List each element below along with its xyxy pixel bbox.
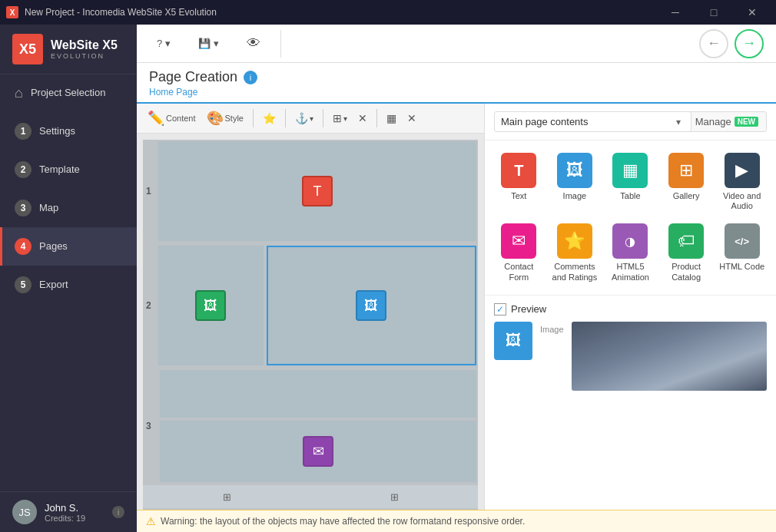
obj-comments-ratings[interactable]: ⭐ Comments and Ratings (547, 217, 603, 288)
brand-sub: EVOLUTION (51, 52, 118, 61)
close1-button[interactable]: ✕ (353, 109, 372, 127)
page-cell-2a[interactable]: 🖼 (158, 246, 264, 365)
sidebar-item-settings[interactable]: 1 Settings (0, 112, 137, 150)
obj-contact-form-label: Contact Form (494, 262, 544, 282)
page-cell-2b[interactable]: 🖼 (267, 246, 476, 365)
page-title: Page Creation (149, 69, 237, 85)
brand-name: WebSite X5 (51, 38, 118, 52)
star-button[interactable]: ⭐ (258, 109, 280, 127)
toolbar-sep2 (285, 109, 286, 127)
content-button[interactable]: ✏️ Content (143, 107, 201, 130)
row-number-2: 2 (146, 300, 151, 311)
html-code-object-icon: </> (725, 223, 760, 259)
obj-contact-form[interactable]: ✉ Contact Form (491, 217, 547, 288)
help-label: ▾ (165, 38, 171, 49)
obj-table[interactable]: ▦ Table (602, 147, 658, 217)
editor-toolbar: ✏️ Content 🎨 Style ⭐ ⚓▾ ⊞▾ ✕ ▦ (137, 104, 484, 134)
row-number-3: 3 (146, 421, 151, 431)
app-logo: X5 WebSite X5 EVOLUTION (0, 25, 137, 74)
titlebar: X New Project - Incomedia WebSite X5 Evo… (0, 0, 776, 25)
preview-icon: 🖼 (494, 322, 532, 360)
obj-text-label: Text (511, 191, 526, 201)
manage-label: Manage (695, 116, 731, 127)
layout-button[interactable]: ▦ (382, 109, 401, 127)
style-label: Style (225, 114, 244, 123)
panel-header: Main page contents ▾ Manage NEW (485, 104, 776, 140)
obj-image[interactable]: 🖼 Image (547, 147, 603, 217)
content-label: Content (166, 114, 196, 123)
obj-html-code-label: HTML Code (719, 262, 764, 272)
obj-html5-animation-label: HTML5 Animation (605, 262, 655, 282)
page-info-icon[interactable]: i (244, 71, 257, 84)
obj-product-catalog[interactable]: 🏷 Product Catalog (658, 217, 715, 288)
grid-button[interactable]: ⊞▾ (328, 109, 352, 127)
sidebar: X5 WebSite X5 EVOLUTION ⌂ Project Select… (0, 25, 137, 532)
close-button[interactable]: ✕ (735, 0, 770, 25)
page-cell[interactable]: T (158, 141, 476, 241)
preview-section: Preview 🖼 Image (485, 295, 776, 398)
obj-video-audio[interactable]: ▶ Video and Audio (714, 147, 770, 217)
anchor-button[interactable]: ⚓▾ (290, 109, 318, 127)
save-label: ▾ (214, 38, 219, 49)
nav-number: 3 (15, 200, 32, 216)
preview-button[interactable]: 👁 (239, 31, 268, 56)
maximize-button[interactable]: □ (696, 0, 731, 25)
obj-gallery-label: Gallery (673, 191, 700, 201)
next-button[interactable]: → (735, 29, 764, 58)
sidebar-item-pages[interactable]: 4 Pages (0, 227, 137, 266)
text-object-icon: T (501, 153, 536, 188)
main-content: ? ▾ 💾 ▾ 👁 ← → Page Creation i Home Page (137, 25, 776, 532)
sidebar-item-export[interactable]: 5 Export (0, 266, 137, 304)
manage-button[interactable]: Manage NEW (687, 111, 767, 132)
sidebar-item-template[interactable]: 2 Template (0, 150, 137, 189)
close2-button[interactable]: ✕ (403, 109, 421, 127)
obj-html5-animation[interactable]: ◑ HTML5 Animation (602, 217, 658, 288)
nav-number: 4 (15, 238, 32, 255)
style-icon: 🎨 (207, 110, 224, 127)
info-icon[interactable]: i (112, 506, 124, 518)
sidebar-item-project-selection[interactable]: ⌂ Project Selection (0, 74, 137, 112)
sidebar-item-map[interactable]: 3 Map (0, 189, 137, 227)
page-editor: 1 T 2 🖼 🖼 (137, 134, 484, 510)
email-cell-icon: ✉ (303, 436, 333, 467)
right-panel: Main page contents ▾ Manage NEW T Text (484, 104, 776, 510)
user-credits: Credits: 19 (45, 514, 104, 523)
preview-image-inner (572, 322, 767, 391)
comments-ratings-object-icon: ⭐ (557, 223, 592, 259)
home-icon: ⌂ (15, 85, 23, 101)
preview-label: Preview (511, 303, 546, 315)
objects-grid: T Text 🖼 Image ▦ Table ⊞ (485, 140, 776, 295)
toolbar-sep3 (323, 109, 323, 127)
page-cell-3b[interactable]: ✉ (160, 421, 476, 482)
sidebar-item-label: Settings (39, 125, 75, 138)
style-button[interactable]: 🎨 Style (202, 107, 248, 130)
row-footer: ⊞ ⊞ (143, 485, 478, 508)
row-footer-icon-2[interactable]: ⊞ (390, 491, 399, 503)
obj-gallery[interactable]: ⊞ Gallery (658, 147, 715, 217)
help-icon: ? (157, 38, 162, 49)
obj-image-label: Image (563, 191, 587, 201)
obj-html-code[interactable]: </> HTML Code (714, 217, 770, 288)
nav-number: 5 (15, 276, 32, 293)
back-button[interactable]: ← (699, 29, 728, 58)
minimize-button[interactable]: ─ (658, 0, 693, 25)
preview-content: 🖼 Image (494, 322, 767, 391)
row-footer-icon-1[interactable]: ⊞ (223, 491, 231, 503)
page-canvas: 1 T 2 🖼 🖼 (143, 140, 478, 510)
new-badge: NEW (735, 117, 758, 127)
logo-icon: X5 (12, 34, 43, 64)
contents-dropdown[interactable]: Main page contents (494, 111, 691, 132)
save-button[interactable]: 💾 ▾ (191, 33, 227, 54)
breadcrumb[interactable]: Home Page (149, 87, 764, 97)
nav-number: 1 (15, 123, 32, 140)
obj-table-label: Table (620, 191, 640, 201)
user-info: John S. Credits: 19 (45, 502, 104, 523)
text-cell-icon: T (302, 176, 333, 207)
preview-item-label: Image (540, 325, 564, 334)
obj-text[interactable]: T Text (491, 147, 547, 217)
obj-comments-ratings-label: Comments and Ratings (550, 262, 600, 282)
app-icon: X (6, 6, 18, 18)
help-button[interactable]: ? ▾ (149, 33, 178, 54)
preview-label-row: Preview (494, 303, 767, 316)
preview-checkbox[interactable] (494, 303, 506, 316)
